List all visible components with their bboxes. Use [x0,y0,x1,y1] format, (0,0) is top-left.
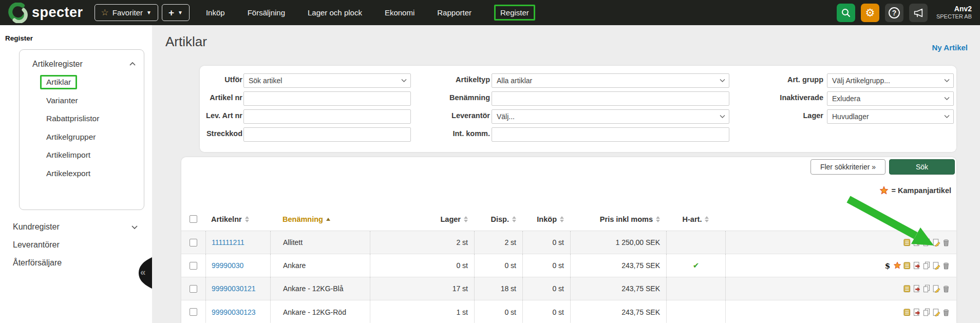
export-icon[interactable] [912,308,921,316]
megaphone-icon [913,7,924,18]
pricelist-icon[interactable] [902,308,911,316]
lager-select[interactable]: Huvudlager [827,109,954,124]
campaign-star-icon [879,186,889,195]
sidebar-item-artikelexport[interactable]: Artikelexport [20,164,144,183]
artikelregister-group: Artikelregister Artiklar Varianter Rabat… [19,49,144,210]
header-pris[interactable]: Pris inkl moms [570,207,666,231]
artikeltyp-select[interactable]: Alla artiklar [492,73,729,88]
user-info[interactable]: Anv2 SPECTER AB [936,5,972,21]
leverantor-select[interactable]: Välj... [492,109,729,124]
delete-icon[interactable] [941,308,950,316]
artikelnr-link[interactable]: 99990030 [212,261,243,270]
active-item-annotation: Artiklar [40,75,77,89]
sidebar-item-label: Artikelregister [32,60,83,69]
disp-cell: 18 st [474,277,522,300]
settings-button[interactable]: ⚙ [861,4,879,22]
benamning-input[interactable] [492,91,729,106]
lager-cell: 17 st [370,277,474,300]
artikelnr-link[interactable]: 99990030121 [212,284,256,293]
menu-item-register[interactable]: Register [494,5,535,21]
campaign-legend: = Kampanjartikel [879,186,951,195]
copy-icon[interactable] [922,308,931,316]
edit-icon[interactable] [932,238,940,247]
export-icon[interactable] [912,284,921,293]
search-icon [841,8,851,18]
export-icon[interactable] [912,238,921,247]
streckkod-input[interactable] [243,127,411,142]
utfor-select[interactable]: Sök artikel [243,73,411,88]
inaktiverade-select[interactable]: Exludera [827,91,954,106]
collapse-left-icon: « [140,267,146,278]
inkop-cell: 0 st [522,277,570,300]
sidebar-collapse-button[interactable]: « [136,257,152,289]
select-all-checkbox[interactable] [190,215,197,223]
sidebar-item-artikelgrupper[interactable]: Artikelgrupper [20,128,144,146]
copy-icon[interactable] [922,261,931,270]
announcements-button[interactable] [909,4,928,22]
menu-item-lager-och-plock[interactable]: Lager och plock [308,8,362,17]
sidebar-item-artiklar[interactable]: Artiklar [20,73,144,92]
pricelist-icon[interactable] [902,284,911,293]
help-button[interactable]: ? [885,4,903,22]
row-checkbox[interactable] [190,285,197,293]
delete-icon[interactable] [941,261,950,270]
sidebar-item-kundregister[interactable]: Kundregister [0,218,152,236]
chevron-down-icon[interactable] [130,223,139,231]
header-inkop[interactable]: Inköp [522,207,570,231]
header-hart[interactable]: H-art. [666,207,725,231]
header-benamning[interactable]: Benämning [270,207,370,231]
more-criteria-button[interactable]: Fler sökkriterier » [811,159,885,175]
benamning-cell: Allitett [270,231,370,254]
pris-cell: 243,75 SEK [570,254,666,277]
sidebar-item-artikelimport[interactable]: Artikelimport [20,146,144,165]
favorites-button[interactable]: ☆ Favoriter ▼ [95,4,158,21]
results-panel: Fler sökkriterier » Sök = Kampanjartikel… [181,157,956,323]
artgrupp-select[interactable]: Välj Artikelgrupp... [827,73,954,88]
copy-icon[interactable] [922,284,931,293]
intkomm-input[interactable] [492,127,729,142]
menu-item-ekonomi[interactable]: Ekonomi [385,8,414,17]
artikelnr-link[interactable]: 111111211 [212,238,244,246]
header-artikelnr[interactable]: Artikelnr [205,207,270,231]
sidebar-item-rabattprislistor[interactable]: Rabattprislistor [20,110,144,128]
pricelist-icon[interactable] [902,238,911,247]
search-submit-button[interactable]: Sök [889,159,955,175]
row-checkbox[interactable] [190,239,197,246]
new-article-link[interactable]: Ny Artikel [932,43,968,52]
chevron-up-icon[interactable] [128,61,137,68]
sidebar-item-varianter[interactable]: Varianter [20,91,144,110]
edit-icon[interactable] [932,261,940,270]
artikelnr-link[interactable]: 99990030123 [212,308,256,316]
sidebar-item-aterforsaljare[interactable]: Återförsäljare [0,254,152,272]
benamning-label: Benämning [405,93,490,102]
menu-item-rapporter[interactable]: Rapporter [437,8,472,17]
search-button[interactable] [837,4,855,22]
row-checkbox[interactable] [190,308,197,316]
levartnr-input[interactable] [243,109,411,124]
benamning-cell: Ankare [270,254,370,277]
sidebar-item-leverantorer[interactable]: Leverantörer [0,236,152,254]
header-disp[interactable]: Disp. [474,207,522,231]
delete-icon[interactable] [941,284,950,293]
artikelnr-input[interactable] [243,91,411,106]
menu-item-inkop[interactable]: Inköp [206,8,225,17]
pricelist-icon[interactable] [902,261,911,270]
chevron-down-icon: ▼ [178,10,183,15]
specter-logo[interactable]: specter [7,3,83,23]
benamning-cell: Ankare - 12KG-Röd [270,300,370,323]
help-icon: ? [889,7,900,18]
price-dollar-icon[interactable]: $ [883,261,892,270]
delete-icon[interactable] [941,238,950,247]
row-checkbox[interactable] [190,262,197,270]
sidebar-item-artikelregister[interactable]: Artikelregister [20,55,144,73]
plus-icon: + [168,7,174,18]
copy-icon[interactable] [922,238,931,247]
campaign-star-icon[interactable] [893,261,901,270]
add-button[interactable]: + ▼ [162,4,190,21]
edit-icon[interactable] [932,284,940,293]
edit-icon[interactable] [932,308,940,316]
menu-item-forsaljning[interactable]: Försäljning [248,8,285,17]
export-icon[interactable] [912,261,921,270]
pris-cell: 243,75 SEK [570,300,666,323]
header-lager[interactable]: Lager [370,207,474,231]
